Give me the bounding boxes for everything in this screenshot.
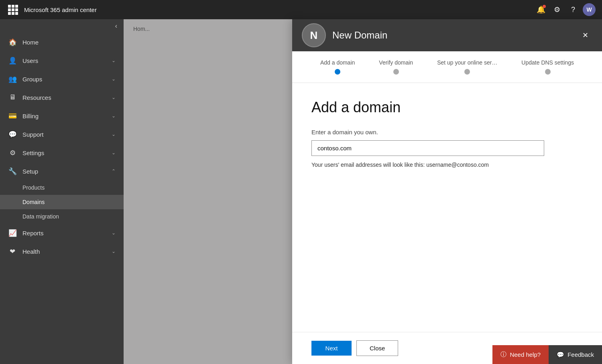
wizard-step-setup-online[interactable]: Set up your online ser… — [437, 59, 497, 75]
wizard-steps: Add a domain Verify domain Set up your o… — [292, 51, 602, 83]
chevron-down-icon: ⌄ — [112, 113, 116, 119]
sidebar-item-label: Billing — [22, 113, 106, 119]
health-icon: ❤ — [8, 247, 17, 256]
sidebar-item-home[interactable]: 🏠 Home — [0, 33, 124, 51]
feedback-icon: 💬 — [557, 351, 564, 358]
users-icon: 👤 — [8, 56, 17, 65]
support-icon: 💬 — [8, 130, 17, 139]
help-button[interactable]: ? — [567, 3, 580, 16]
reports-icon: 📈 — [8, 229, 17, 237]
notifications-button[interactable]: 🔔 — [535, 3, 547, 16]
sidebar-item-products[interactable]: Products — [0, 180, 124, 195]
chevron-down-icon: ⌄ — [112, 150, 116, 156]
sidebar-sub-item-label: Products — [22, 184, 116, 191]
chevron-down-icon: ⌄ — [112, 131, 116, 137]
wizard-step-label: Set up your online ser… — [437, 59, 497, 66]
next-button[interactable]: Next — [311, 341, 352, 356]
modal-close-button[interactable]: ✕ — [578, 28, 592, 42]
domain-field-label: Enter a domain you own. — [311, 129, 583, 135]
chevron-down-icon: ⌄ — [112, 249, 116, 254]
chevron-down-icon: ⌄ — [112, 76, 116, 82]
sidebar-item-data-migration[interactable]: Data migration — [0, 209, 124, 224]
sidebar-item-billing[interactable]: 💳 Billing ⌄ — [0, 107, 124, 125]
sidebar: ‹ 🏠 Home 👤 Users ⌄ 👥 Groups ⌄ 🖥 Resource… — [0, 19, 124, 364]
sidebar-item-label: Users — [22, 57, 106, 64]
chevron-down-icon: ⌄ — [112, 230, 116, 236]
groups-icon: 👥 — [8, 75, 17, 83]
chevron-down-icon: ⌄ — [112, 58, 116, 63]
sidebar-item-label: Settings — [22, 150, 106, 156]
modal-body: Add a domain Enter a domain you own. You… — [292, 83, 602, 332]
modal-header: N New Domain ✕ — [292, 19, 602, 51]
sidebar-item-label: Groups — [22, 76, 106, 83]
close-button[interactable]: Close — [356, 340, 398, 356]
modal-avatar: N — [302, 23, 326, 47]
billing-icon: 💳 — [8, 111, 17, 120]
chevron-left-icon: ‹ — [115, 22, 117, 30]
wizard-step-update-dns[interactable]: Update DNS settings — [521, 59, 574, 75]
need-help-button[interactable]: ⓘ Need help? — [492, 345, 549, 364]
setup-icon: 🔧 — [8, 167, 17, 176]
resources-icon: 🖥 — [8, 93, 17, 102]
sidebar-item-groups[interactable]: 👥 Groups ⌄ — [0, 70, 124, 88]
wizard-step-indicator — [335, 69, 340, 75]
sidebar-item-settings[interactable]: ⚙ Settings ⌄ — [0, 144, 124, 162]
settings-button[interactable]: ⚙ — [551, 3, 563, 16]
wizard-step-indicator — [393, 69, 399, 75]
sidebar-item-domains[interactable]: Domains — [0, 195, 124, 209]
feedback-button[interactable]: 💬 Feedback — [549, 345, 602, 364]
sidebar-item-users[interactable]: 👤 Users ⌄ — [0, 51, 124, 70]
wizard-step-indicator — [464, 69, 470, 75]
home-icon: 🏠 — [8, 38, 17, 47]
feedback-label: Feedback — [567, 351, 594, 358]
wizard-step-indicator — [545, 69, 551, 75]
sidebar-item-label: Reports — [22, 230, 106, 237]
wizard-step-add-domain[interactable]: Add a domain — [320, 59, 355, 75]
modal-panel: N New Domain ✕ Add a domain Verify domai… — [292, 19, 602, 364]
wizard-step-label: Add a domain — [320, 59, 355, 66]
sidebar-item-resources[interactable]: 🖥 Resources ⌄ — [0, 88, 124, 107]
wizard-step-verify-domain[interactable]: Verify domain — [379, 59, 413, 75]
topbar-actions: 🔔 ⚙ ? W — [535, 3, 596, 16]
wizard-step-label: Update DNS settings — [521, 59, 574, 66]
sidebar-item-label: Home — [22, 39, 116, 46]
bottom-bar: ⓘ Need help? 💬 Feedback — [492, 345, 602, 364]
domain-input[interactable] — [311, 140, 544, 156]
email-preview-text: Your users' email addresses will look li… — [311, 162, 583, 168]
waffle-icon — [8, 5, 18, 15]
sidebar-item-health[interactable]: ❤ Health ⌄ — [0, 242, 124, 261]
chevron-down-icon: ⌄ — [112, 95, 116, 100]
sidebar-item-label: Setup — [22, 168, 106, 175]
sidebar-sub-item-label: Domains — [22, 199, 116, 205]
app-title: Microsoft 365 admin center — [24, 6, 535, 13]
modal-page-title: Add a domain — [311, 99, 583, 116]
topbar: Microsoft 365 admin center 🔔 ⚙ ? W — [0, 0, 602, 19]
sidebar-item-label: Support — [22, 131, 106, 138]
wizard-step-label: Verify domain — [379, 59, 413, 66]
need-help-label: Need help? — [510, 351, 541, 358]
sidebar-item-reports[interactable]: 📈 Reports ⌄ — [0, 224, 124, 242]
sidebar-item-support[interactable]: 💬 Support ⌄ — [0, 125, 124, 144]
modal-title: New Domain — [332, 30, 578, 41]
chevron-up-icon: ⌃ — [112, 168, 116, 174]
user-avatar[interactable]: W — [583, 3, 596, 16]
sidebar-collapse-button[interactable]: ‹ — [0, 19, 124, 33]
sidebar-item-setup[interactable]: 🔧 Setup ⌃ — [0, 162, 124, 180]
modal-avatar-initial: N — [310, 29, 318, 42]
sidebar-item-label: Health — [22, 248, 106, 255]
waffle-menu-button[interactable] — [6, 3, 19, 16]
help-circle-icon: ⓘ — [500, 351, 506, 358]
modal-overlay: N New Domain ✕ Add a domain Verify domai… — [124, 19, 602, 364]
settings-icon: ⚙ — [8, 148, 17, 157]
sidebar-item-label: Resources — [22, 94, 106, 101]
sidebar-sub-item-label: Data migration — [22, 213, 116, 220]
